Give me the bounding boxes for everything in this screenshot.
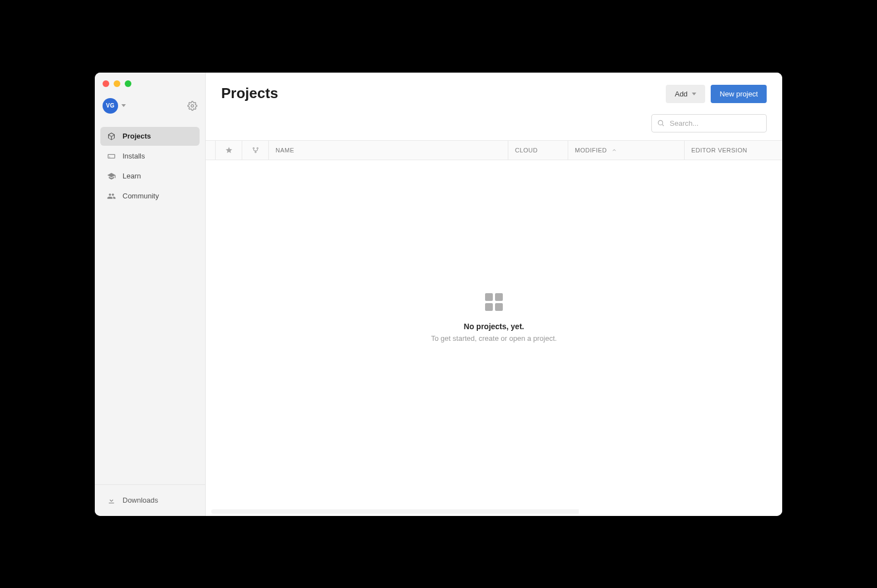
star-icon bbox=[225, 146, 233, 154]
search-row bbox=[206, 109, 782, 140]
svg-point-3 bbox=[253, 147, 254, 149]
column-spacer bbox=[206, 141, 216, 160]
column-cloud[interactable]: CLOUD bbox=[508, 141, 568, 160]
download-icon bbox=[107, 496, 116, 505]
column-label: CLOUD bbox=[515, 147, 538, 154]
add-button[interactable]: Add bbox=[666, 85, 705, 103]
main-content: Projects Add New project bbox=[206, 73, 782, 516]
svg-point-5 bbox=[254, 151, 256, 152]
sidebar-item-label: Community bbox=[123, 192, 159, 200]
column-version-control[interactable] bbox=[242, 141, 269, 160]
sidebar-item-community[interactable]: Community bbox=[100, 187, 200, 206]
table-header: NAME CLOUD MODIFIED EDITOR VERSION bbox=[206, 140, 782, 160]
minimize-window-button[interactable] bbox=[114, 80, 120, 87]
svg-point-0 bbox=[191, 104, 194, 107]
app-window: VG Projects Installs bbox=[95, 73, 782, 516]
branch-icon bbox=[252, 146, 259, 154]
add-button-label: Add bbox=[675, 90, 687, 98]
sidebar-item-learn[interactable]: Learn bbox=[100, 167, 200, 186]
empty-title: No projects, yet. bbox=[464, 322, 524, 331]
column-label: MODIFIED bbox=[575, 147, 607, 154]
maximize-window-button[interactable] bbox=[125, 80, 131, 87]
empty-state: No projects, yet. To get started, create… bbox=[206, 160, 782, 509]
sidebar-item-label: Projects bbox=[123, 132, 151, 140]
sidebar-item-downloads[interactable]: Downloads bbox=[100, 492, 200, 509]
column-editor-version[interactable]: EDITOR VERSION bbox=[685, 141, 782, 160]
sidebar-item-label: Installs bbox=[123, 152, 145, 160]
search-input[interactable] bbox=[651, 114, 767, 132]
cube-icon bbox=[107, 132, 116, 141]
settings-button[interactable] bbox=[187, 101, 197, 111]
svg-line-2 bbox=[662, 125, 664, 126]
page-header: Projects Add New project bbox=[206, 73, 782, 109]
user-row: VG bbox=[95, 93, 205, 122]
user-menu[interactable]: VG bbox=[103, 98, 126, 114]
column-modified[interactable]: MODIFIED bbox=[568, 141, 685, 160]
drive-icon bbox=[107, 152, 116, 161]
sidebar: VG Projects Installs bbox=[95, 73, 206, 516]
gear-icon bbox=[187, 101, 197, 111]
close-window-button[interactable] bbox=[103, 80, 109, 87]
sort-ascending-icon bbox=[611, 147, 617, 153]
avatar: VG bbox=[103, 98, 118, 114]
graduation-cap-icon bbox=[107, 172, 116, 181]
search-icon bbox=[657, 119, 665, 127]
window-controls bbox=[95, 73, 205, 93]
column-name[interactable]: NAME bbox=[269, 141, 508, 160]
header-actions: Add New project bbox=[666, 85, 767, 103]
sidebar-item-label: Downloads bbox=[123, 496, 158, 504]
sidebar-footer: Downloads bbox=[95, 484, 205, 516]
svg-point-1 bbox=[658, 120, 662, 125]
search-box bbox=[651, 114, 767, 132]
new-project-button-label: New project bbox=[720, 90, 758, 98]
empty-subtitle: To get started, create or open a project… bbox=[431, 334, 557, 342]
new-project-button[interactable]: New project bbox=[711, 85, 767, 103]
sidebar-item-label: Learn bbox=[123, 172, 141, 180]
sidebar-item-projects[interactable]: Projects bbox=[100, 127, 200, 146]
column-label: NAME bbox=[276, 147, 294, 154]
horizontal-scrollbar[interactable] bbox=[211, 509, 777, 514]
svg-point-4 bbox=[257, 147, 258, 149]
grid-icon bbox=[485, 293, 503, 311]
page-title: Projects bbox=[221, 85, 278, 102]
chevron-down-icon bbox=[692, 93, 696, 95]
column-label: EDITOR VERSION bbox=[691, 147, 747, 154]
people-icon bbox=[107, 192, 116, 201]
sidebar-nav: Projects Installs Learn Community bbox=[95, 122, 205, 484]
chevron-down-icon bbox=[121, 104, 126, 107]
sidebar-item-installs[interactable]: Installs bbox=[100, 147, 200, 166]
column-favorite[interactable] bbox=[216, 141, 242, 160]
